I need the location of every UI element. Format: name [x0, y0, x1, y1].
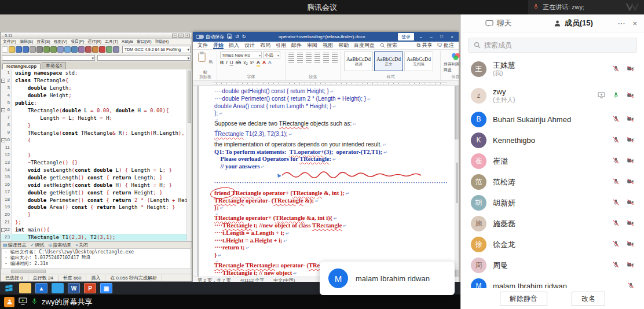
redo-icon[interactable]: ↻ — [242, 34, 246, 39]
editor-tab[interactable]: rectangle.cpp — [2, 63, 41, 69]
code-line[interactable]: 21}; — [1, 219, 192, 226]
compiler-select[interactable]: TDM-GCC 4.9.2 64-bit Profiling — [122, 46, 191, 53]
share-button[interactable]: ⧉ 共享 — [417, 42, 433, 49]
panel-more-icon[interactable]: ⋯ — [617, 19, 625, 28]
redo-icon[interactable] — [50, 46, 57, 53]
code-line[interactable]: 20 } — [1, 211, 192, 219]
log-tab[interactable]: ✓调试 — [31, 242, 45, 248]
code-line[interactable]: 8 } — [1, 122, 192, 129]
paragraph-buttons[interactable] — [288, 52, 338, 63]
document-page[interactable]: ····double getHeight() const { return He… — [199, 86, 455, 277]
ide-menu-item[interactable]: 文件(F) — [3, 39, 16, 45]
code-line[interactable]: 1using namespace std; — [1, 69, 192, 77]
code-line[interactable]: 24} — [1, 241, 192, 241]
code-line[interactable]: −2class TRectangle{ — [1, 77, 192, 84]
tencent-meeting-icon[interactable]: ▣ — [100, 283, 112, 293]
camera-off-icon[interactable] — [627, 156, 634, 166]
member-count-icon[interactable] — [4, 297, 14, 307]
paste-icon[interactable] — [197, 55, 206, 65]
member-row[interactable]: M malam Ibrahim ridwan — [461, 275, 644, 288]
share-screen-icon[interactable] — [19, 297, 27, 307]
ribbon-tab-item[interactable]: 布局 — [260, 42, 270, 49]
camera-off-icon[interactable] — [627, 176, 634, 187]
login-button[interactable]: 登录 — [398, 33, 414, 41]
camera-off-icon[interactable] — [627, 114, 634, 124]
ribbon-search[interactable]: 搜索 — [380, 42, 397, 49]
ide-menu-item[interactable]: 视图(V) — [54, 39, 67, 45]
comments-button[interactable]: 🗨 批注 — [437, 42, 454, 49]
rebuild-icon[interactable] — [78, 46, 85, 53]
editor-scrollbar[interactable] — [186, 69, 192, 241]
mic-muted-icon[interactable] — [613, 260, 619, 270]
editor-tab[interactable]: 未命名1 — [42, 62, 66, 69]
code-editor[interactable]: 1using namespace std;−2class TRectangle{… — [1, 69, 192, 241]
font-size-select[interactable]: 小四 — [263, 52, 280, 58]
member-row[interactable]: 王 王姝慧(我) — [461, 56, 644, 82]
word-icon[interactable]: W — [68, 283, 80, 293]
debug-icon[interactable] — [85, 46, 92, 53]
code-line[interactable]: 12 } — [1, 152, 192, 159]
compile-icon[interactable] — [57, 46, 64, 53]
mic-muted-icon[interactable] — [613, 176, 619, 187]
ide-menu-item[interactable]: 项目(P) — [71, 39, 84, 45]
member-row[interactable]: 崔 崔溢 — [461, 150, 644, 171]
mic-muted-icon[interactable] — [613, 135, 619, 145]
mic-active-icon[interactable] — [613, 90, 619, 101]
tab-members[interactable]: 成员(15) — [536, 14, 610, 32]
document-area[interactable]: ····double getHeight() const { return He… — [193, 86, 459, 277]
code-line[interactable]: 18 double Perimeter() const { return 2 *… — [1, 196, 192, 204]
log-tab[interactable]: ▤编译日志 — [3, 242, 27, 248]
code-line[interactable]: 17 double getHeight() const { return Hei… — [1, 189, 192, 196]
ide-menu-item[interactable]: 编辑(E) — [20, 39, 33, 45]
camera-off-icon[interactable] — [627, 64, 634, 74]
log-tab[interactable]: ◎搜索结果 — [48, 242, 71, 248]
blue-app-icon[interactable] — [52, 283, 64, 293]
ribbon-tab-item[interactable]: 百度网盘 — [354, 42, 375, 49]
ribbon-tab-item[interactable]: 帮助 — [338, 42, 349, 49]
ribbon-tab-item[interactable]: 邮件 — [291, 42, 302, 49]
camera-off-icon[interactable] — [627, 90, 634, 101]
ide-menu-item[interactable]: 搜索(S) — [36, 39, 50, 45]
member-row[interactable]: 范 范松涛 — [461, 171, 644, 192]
compile-run-icon[interactable] — [71, 46, 78, 53]
code-line[interactable]: 13 ~TRectangle() {} — [1, 159, 192, 167]
font-name-select[interactable]: Times New Ro — [220, 52, 262, 58]
member-row[interactable]: 徐 徐金龙 — [461, 234, 644, 255]
file-explorer-icon[interactable] — [19, 283, 31, 293]
member-row[interactable]: 周 周曼 — [461, 255, 644, 275]
undo-icon[interactable]: ↺ — [235, 34, 239, 39]
mic-muted-icon[interactable] — [628, 281, 634, 288]
camera-off-icon[interactable] — [627, 135, 634, 145]
style-preset[interactable]: AaBbCcDd强调 — [344, 52, 373, 71]
new-file-icon[interactable] — [2, 46, 8, 53]
camera-off-icon[interactable] — [627, 260, 634, 270]
mic-muted-icon[interactable] — [613, 64, 619, 74]
print-icon[interactable] — [36, 46, 43, 53]
start-button[interactable] — [3, 283, 15, 293]
camera-off-icon[interactable] — [627, 239, 634, 249]
member-row[interactable]: K Kennethigbo — [461, 130, 644, 150]
member-combo[interactable] — [97, 55, 191, 61]
profile-icon[interactable] — [92, 46, 98, 53]
ide-menu-item[interactable]: 帮助(H) — [155, 39, 169, 45]
undo-icon[interactable] — [43, 46, 50, 53]
photos-icon[interactable]: ▲ — [35, 283, 47, 293]
member-row[interactable]: B Buhari Sukairiju Ahmed — [461, 109, 644, 130]
ide-menu-item[interactable]: AStyle — [122, 39, 133, 43]
ribbon-tab-item[interactable]: 插入 — [229, 42, 239, 49]
word-titlebar[interactable]: 自动保存 ↺ ↻ operator+overloading+(relasa-fi… — [193, 32, 459, 42]
mic-muted-icon[interactable] — [613, 114, 619, 124]
font-format-buttons[interactable]: BIUabx₂x²AAA — [220, 60, 282, 67]
code-line[interactable]: 23 TRectangle T1(2,3), T2(3,1); — [1, 234, 192, 241]
member-search-input[interactable]: 搜索成员 — [468, 38, 637, 53]
minimize-button[interactable]: – — [427, 34, 435, 39]
autosave-toggle[interactable]: 自动保存 — [196, 34, 224, 40]
code-line[interactable]: 3 double Length; — [1, 84, 192, 92]
devcpp-window-buttons[interactable]: –□× — [172, 34, 190, 38]
find-icon[interactable] — [113, 46, 119, 53]
rename-button[interactable]: 改名 — [572, 292, 605, 306]
unmute-button[interactable]: 解除静音 — [500, 292, 547, 306]
code-line[interactable]: 16 void setHeight(const double H) { Heig… — [1, 181, 192, 189]
code-line[interactable]: 9 TRectangle(const TRectangle& R): Lengt… — [1, 129, 192, 137]
mic-muted-icon[interactable] — [613, 197, 619, 208]
